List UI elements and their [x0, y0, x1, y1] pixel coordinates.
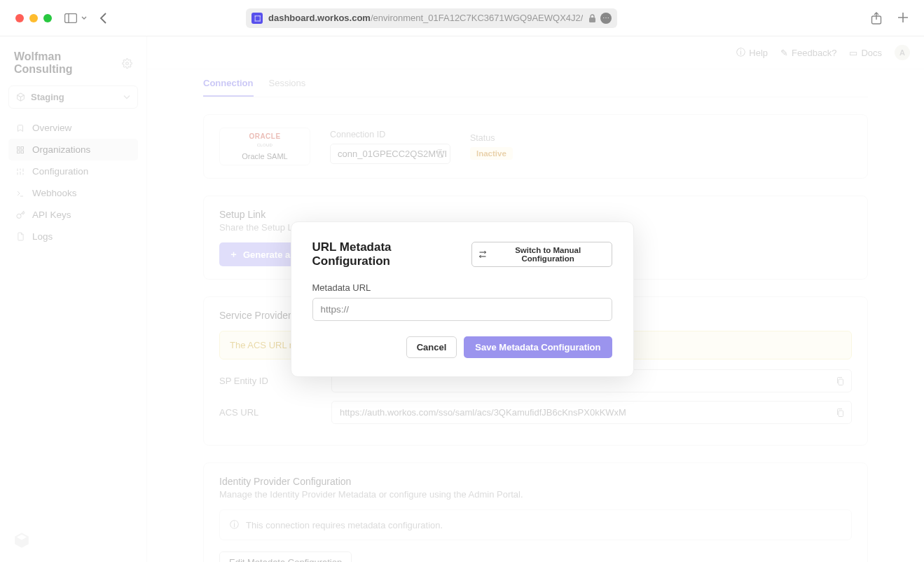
svg-rect-0 — [65, 13, 77, 22]
lock-icon — [588, 14, 596, 22]
save-metadata-button[interactable]: Save Metadata Configuration — [464, 336, 612, 358]
browser-toolbar: ⬚ dashboard.workos.com/environment_01FA1… — [0, 0, 924, 36]
switch-manual-button[interactable]: Switch to Manual Configuration — [471, 242, 612, 267]
metadata-url-input[interactable] — [312, 298, 612, 321]
minimize-window[interactable] — [29, 14, 38, 22]
maximize-window[interactable] — [43, 14, 52, 22]
back-button[interactable] — [99, 12, 107, 25]
metadata-url-label: Metadata URL — [312, 282, 612, 293]
url-text: dashboard.workos.com/environment_01FA12C… — [268, 13, 583, 23]
metadata-config-modal: URL Metadata Configuration Switch to Man… — [291, 221, 634, 377]
modal-overlay: URL Metadata Configuration Switch to Man… — [0, 36, 924, 562]
new-tab-icon[interactable] — [897, 12, 909, 25]
site-favicon: ⬚ — [251, 13, 263, 24]
cancel-button[interactable]: Cancel — [406, 336, 457, 358]
modal-title: URL Metadata Configuration — [312, 240, 464, 268]
sidebar-toggle-icon[interactable] — [64, 13, 87, 23]
swap-icon — [478, 250, 487, 259]
address-bar[interactable]: ⬚ dashboard.workos.com/environment_01FA1… — [246, 8, 617, 28]
close-window[interactable] — [15, 14, 24, 22]
more-icon[interactable]: ⋯ — [600, 13, 612, 24]
svg-rect-2 — [589, 18, 595, 22]
share-icon[interactable] — [871, 12, 882, 25]
window-controls — [15, 14, 52, 22]
